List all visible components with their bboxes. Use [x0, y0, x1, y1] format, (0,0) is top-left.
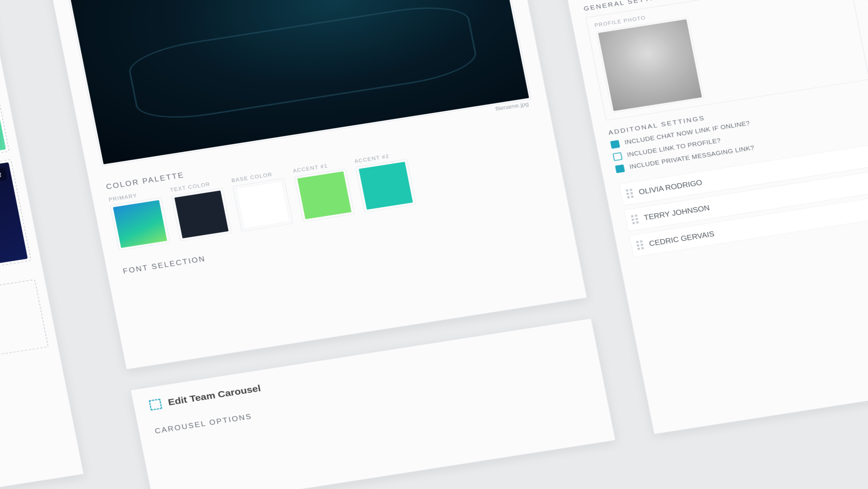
- profile-photo: [598, 19, 702, 111]
- checkbox-icon: [613, 152, 623, 161]
- checkbox-icon: [615, 164, 625, 173]
- profile-photo-frame[interactable]: [596, 17, 704, 113]
- swatch-accent1[interactable]: [294, 168, 355, 222]
- carousel-settings-panel: CAROUSEL OPTIONS CAROUSEL TRANSITION Swi…: [543, 0, 868, 434]
- empty-row: + New Row: [0, 279, 48, 399]
- appearance-editor-panel: Upload a background image below. Dimensi…: [41, 0, 587, 370]
- swatch-text[interactable]: [171, 188, 232, 241]
- swatch-base[interactable]: [233, 178, 293, 231]
- member-name: TERRY JOHNSON: [643, 204, 710, 222]
- swatch-primary[interactable]: [110, 197, 171, 251]
- profile-photo-label: PROFILE PHOTO: [594, 0, 844, 28]
- drag-handle-icon[interactable]: [626, 188, 633, 198]
- team-carousel-title: Edit Team Carousel: [167, 382, 262, 407]
- image-preview-frame[interactable]: filename.jpg: [66, 0, 531, 166]
- drag-handle-icon[interactable]: [631, 214, 639, 224]
- row-pager[interactable]: [0, 267, 34, 323]
- team-carousel-panel: Edit Team Carousel CAROUSEL OPTIONS: [131, 318, 616, 489]
- drag-handle-icon[interactable]: [636, 240, 644, 250]
- member-name: OLIVIA RODRIGO: [638, 178, 703, 196]
- trash-icon[interactable]: 🗑: [0, 167, 7, 182]
- arcade-card[interactable]: ⚙ 🗑 TRY OUR VIRTUAL ARCADE READY TO PLAY…: [0, 159, 32, 286]
- carousel-icon: [149, 398, 162, 410]
- arcade-title: TRY OUR VIRTUAL ARCADE: [0, 189, 1, 218]
- image-preview: [68, 0, 529, 164]
- checkbox-icon: [610, 140, 620, 149]
- member-name: CEDRIC GERVAIS: [648, 229, 715, 247]
- swatch-accent2[interactable]: [356, 159, 416, 212]
